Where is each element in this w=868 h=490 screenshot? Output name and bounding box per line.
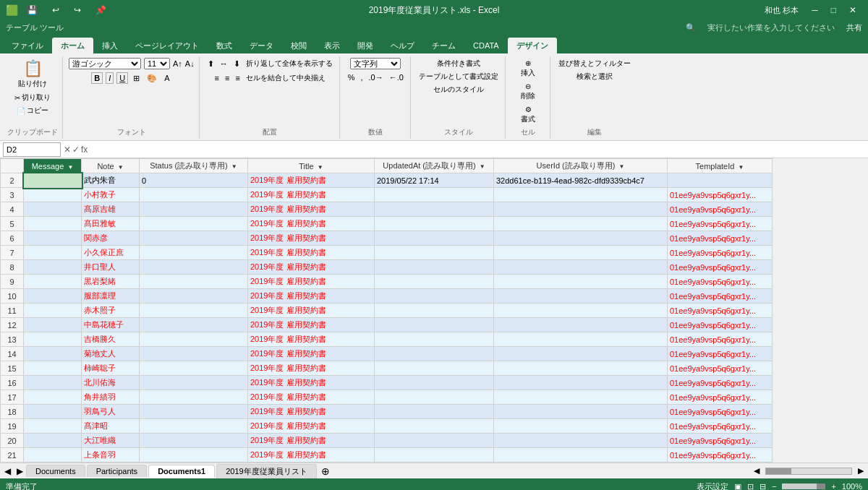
cell-title[interactable]: 2019年度 雇用契約書 [248,390,375,405]
cell-status[interactable] [140,246,248,260]
align-center-button[interactable]: ≡ [223,73,231,83]
cell-updatedat[interactable] [375,188,494,202]
cell-userid[interactable] [494,332,668,347]
tab-formula[interactable]: 数式 [208,38,241,53]
cell-templateid[interactable]: 01ee9ya9vsp5q6gxr1y... [668,188,773,202]
cell-message[interactable] [24,434,82,448]
align-top-button[interactable]: ⬆ [205,59,216,69]
cell-status[interactable] [140,361,248,376]
paste-button[interactable]: 📋 貼り付け [15,58,50,90]
cell-updatedat[interactable] [375,246,494,260]
formula-input[interactable] [90,145,865,155]
name-box[interactable] [3,142,61,157]
col-header-J[interactable]: TemplateId ▼ [668,159,773,173]
conditional-format-button[interactable]: 条件付き書式 [435,58,482,69]
cell-message[interactable] [24,231,82,246]
dropdown-icon-I[interactable]: ▼ [618,163,624,170]
format-as-table-button[interactable]: テーブルとして書式設定 [417,71,501,82]
align-left-button[interactable]: ≡ [213,73,221,83]
cell-templateid[interactable]: 01ee9ya9vsp5q6gxr1y... [668,434,773,448]
merge-center-button[interactable]: セルを結合して中央揃え [244,72,328,84]
cell-note[interactable]: 黒岩梨緒 [82,275,140,289]
scroll-left-button[interactable]: ◀ [754,466,760,476]
cell-note[interactable]: 大江唯織 [82,434,140,448]
cell-message[interactable] [24,361,82,376]
cell-note[interactable]: 柿崎聡子 [82,361,140,376]
cell-title[interactable]: 2019年度 雇用契約書 [248,332,375,347]
tab-team[interactable]: チーム [423,38,464,53]
cell-note[interactable]: 赤木照子 [82,304,140,318]
cell-updatedat[interactable] [375,304,494,318]
cell-updatedat[interactable] [375,217,494,231]
cell-message[interactable] [24,173,82,188]
col-header-H[interactable]: UpdatedAt (読み取り専用) ▼ [375,159,494,173]
dropdown-icon-H[interactable]: ▼ [480,163,485,170]
cell-message[interactable] [24,405,82,419]
cell-userid[interactable] [494,275,668,289]
cell-message[interactable] [24,275,82,289]
cell-userid[interactable] [494,405,668,419]
decimal-decrease-button[interactable]: ←.0 [387,72,406,82]
font-size-increase[interactable]: A↑ [173,59,182,68]
fill-color-button[interactable]: 🎨 [145,73,159,84]
cell-title[interactable]: 2019年度 雇用契約書 [248,448,375,463]
cell-title[interactable]: 2019年度 雇用契約書 [248,405,375,419]
insert-cell-button[interactable]: ⊕ 挿入 [514,58,542,79]
copy-button[interactable]: 📄コピー [14,105,51,116]
cell-note[interactable]: 小久保正庶 [82,246,140,260]
col-header-D[interactable]: Message ▼ [24,159,82,173]
cell-status[interactable] [140,231,248,246]
cell-status[interactable] [140,202,248,217]
cell-title[interactable]: 2019年度 雇用契約書 [248,202,375,217]
font-size-select[interactable]: 11 [144,58,170,69]
decimal-increase-button[interactable]: .0→ [367,72,386,82]
cell-message[interactable] [24,390,82,405]
cell-status[interactable] [140,405,248,419]
format-cell-button[interactable]: ⚙ 書式 [514,104,542,126]
dropdown-icon-F[interactable]: ▼ [231,163,237,170]
cell-templateid[interactable] [668,173,773,188]
cell-note[interactable]: 小村敦子 [82,188,140,202]
cell-message[interactable] [24,202,82,217]
tab-cdata[interactable]: CDATA [464,38,508,53]
cell-updatedat[interactable] [375,260,494,275]
share-button[interactable]: 共有 [846,22,862,33]
cell-userid[interactable] [494,318,668,332]
wrap-text-button[interactable]: 折り返して全体を表示する [244,58,335,69]
cell-title[interactable]: 2019年度 雇用契約書 [248,275,375,289]
cell-note[interactable]: 菊地丈人 [82,347,140,361]
bold-button[interactable]: B [91,72,103,84]
cell-message[interactable] [24,448,82,463]
window-minimize[interactable]: ─ [806,4,824,17]
tab-page-layout[interactable]: ページレイアウト [127,38,208,53]
quick-access-more[interactable]: 📌 [90,4,112,17]
cell-updatedat[interactable] [375,405,494,419]
cell-title[interactable]: 2019年度 雇用契約書 [248,318,375,332]
window-maximize[interactable]: □ [825,4,842,17]
cell-status[interactable] [140,289,248,304]
add-sheet-button[interactable]: ⊕ [318,465,333,477]
search-placeholder[interactable]: 実行したい作業を入力してください [707,22,835,33]
cell-note[interactable]: 吉橋勝久 [82,332,140,347]
dropdown-icon-D[interactable]: ▼ [67,164,73,171]
sheet-tab-participants[interactable]: Participants [87,465,147,477]
cell-message[interactable] [24,318,82,332]
cell-title[interactable]: 2019年度 雇用契約書 [248,419,375,434]
col-header-E[interactable]: Note ▼ [82,159,140,173]
cell-updatedat[interactable] [375,289,494,304]
cancel-formula-icon[interactable]: ✕ [64,145,71,155]
font-family-select[interactable]: 游ゴシック [69,58,141,69]
cell-userid[interactable] [494,448,668,463]
cell-status[interactable] [140,376,248,390]
sheet-nav-left[interactable]: ◀ [1,466,14,476]
font-color-button[interactable]: A [162,73,171,83]
cell-title[interactable]: 2019年度 雇用契約書 [248,361,375,376]
cell-updatedat[interactable] [375,419,494,434]
cell-userid[interactable] [494,260,668,275]
cell-title[interactable]: 2019年度 雇用契約書 [248,376,375,390]
cell-note[interactable]: 髙津昭 [82,419,140,434]
border-button[interactable]: ⊞ [131,73,142,84]
cell-templateid[interactable]: 01ee9ya9vsp5q6gxr1y... [668,246,773,260]
comma-button[interactable]: , [358,72,365,82]
cell-updatedat[interactable] [375,347,494,361]
